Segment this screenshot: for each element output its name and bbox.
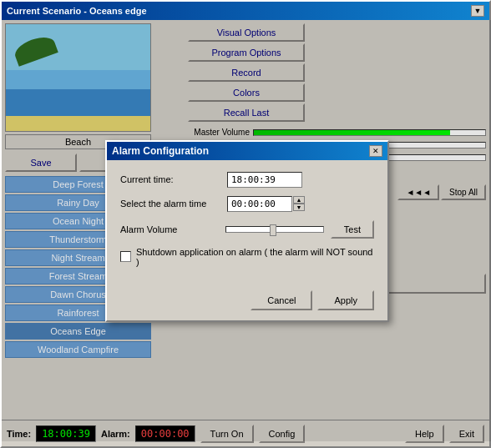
cancel-button[interactable]: Cancel bbox=[251, 290, 312, 310]
apply-button[interactable]: Apply bbox=[317, 290, 374, 310]
alarm-volume-label: Alarm Volume bbox=[120, 224, 219, 234]
current-time-row: Current time: bbox=[120, 172, 374, 188]
shutdown-checkbox[interactable] bbox=[120, 251, 131, 262]
modal-footer: Cancel Apply bbox=[107, 290, 387, 320]
modal-close-button[interactable]: ✕ bbox=[369, 145, 382, 157]
alarm-time-input[interactable] bbox=[227, 196, 292, 212]
current-time-value[interactable] bbox=[227, 172, 302, 188]
modal-title-bar: Alarm Configuration ✕ bbox=[107, 142, 387, 160]
shutdown-row: Shutdown application on alarm ( the alar… bbox=[120, 247, 374, 267]
modal-body: Current time: Select the alarm time ▲ ▼ bbox=[107, 160, 387, 290]
current-time-label: Current time: bbox=[120, 174, 220, 184]
alarm-config-modal: Alarm Configuration ✕ Current time: Sele… bbox=[105, 140, 389, 322]
modal-title: Alarm Configuration bbox=[112, 145, 209, 157]
alarm-time-spinner: ▲ ▼ bbox=[227, 196, 305, 212]
spinner-up-button[interactable]: ▲ bbox=[293, 196, 305, 204]
alarm-time-row: Select the alarm time ▲ ▼ bbox=[120, 196, 374, 212]
title-bar-controls: ▼ bbox=[471, 5, 484, 18]
title-bar: Current Scenario - Oceans edge ▼ bbox=[2, 2, 489, 20]
select-alarm-label: Select the alarm time bbox=[120, 199, 220, 209]
spinner-down-button[interactable]: ▼ bbox=[293, 204, 305, 211]
shutdown-label: Shutdown application on alarm ( the alar… bbox=[136, 247, 374, 267]
test-button[interactable]: Test bbox=[331, 220, 374, 239]
main-window: Current Scenario - Oceans edge ▼ bbox=[0, 0, 491, 448]
spinner-buttons: ▲ ▼ bbox=[293, 196, 305, 211]
close-button[interactable]: ▼ bbox=[471, 5, 484, 17]
modal-overlay: Alarm Configuration ✕ Current time: Sele… bbox=[2, 20, 491, 441]
window-title: Current Scenario - Oceans edge bbox=[7, 6, 147, 16]
alarm-volume-track[interactable] bbox=[225, 226, 324, 233]
alarm-volume-row: Alarm Volume Test bbox=[120, 220, 374, 239]
